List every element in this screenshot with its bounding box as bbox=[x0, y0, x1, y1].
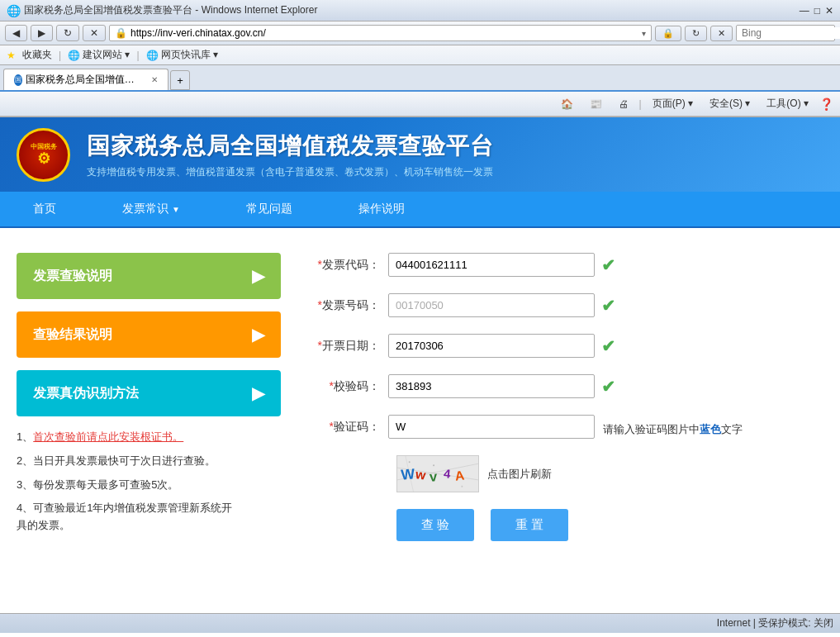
query-button[interactable]: 查 验 bbox=[396, 509, 474, 541]
new-tab-button[interactable]: + bbox=[170, 70, 190, 90]
nav-faq[interactable]: 常见问题 bbox=[213, 192, 325, 226]
invoice-date-row: *开票日期： ✔ bbox=[306, 334, 823, 358]
check-code-label: *校验码： bbox=[306, 379, 388, 394]
captcha-svg: W w v 4 A bbox=[397, 455, 478, 492]
page-button[interactable]: 页面(P) ▾ bbox=[647, 94, 699, 113]
ie-toolbar-separator: | bbox=[639, 98, 642, 110]
fake-detect-label: 发票真伪识别方法 bbox=[33, 385, 139, 402]
captcha-hint: 请输入验证码图片中蓝色文字 bbox=[603, 421, 743, 438]
refresh-button[interactable]: ↻ bbox=[56, 25, 79, 41]
tools-button[interactable]: 工具(O) ▾ bbox=[761, 94, 814, 113]
invoice-date-label: *开票日期： bbox=[306, 339, 388, 354]
site-logo: 中国税务 ⚙ bbox=[17, 128, 70, 182]
svg-text:W: W bbox=[401, 465, 416, 483]
refresh2-button[interactable]: ↻ bbox=[685, 26, 707, 41]
go-icon: ▾ bbox=[642, 29, 646, 38]
check-code-check-icon: ✔ bbox=[601, 377, 615, 397]
invoice-code-input[interactable] bbox=[388, 253, 595, 277]
invoice-date-input[interactable] bbox=[388, 334, 595, 358]
svg-point-9 bbox=[409, 461, 411, 463]
svg-text:v: v bbox=[429, 468, 438, 484]
invoice-number-label: *发票号码： bbox=[306, 298, 388, 313]
nav-home-label: 首页 bbox=[33, 202, 56, 215]
fav-suggest-item[interactable]: 🌐 建议网站 ▾ bbox=[68, 48, 130, 62]
nav-home[interactable]: 首页 bbox=[0, 192, 89, 226]
check-code-input[interactable] bbox=[388, 374, 595, 398]
browser-title: 国家税务总局全国增值税发票查验平台 - Windows Internet Exp… bbox=[24, 3, 317, 17]
lock-icon: 🔒 bbox=[115, 27, 127, 39]
rss-icon[interactable]: 📰 bbox=[584, 96, 608, 112]
captcha-refresh-label[interactable]: 点击图片刷新 bbox=[487, 467, 552, 482]
invoice-info-button[interactable]: 发票查验说明 ▶ bbox=[17, 253, 281, 299]
nav-knowledge-label: 发票常识 bbox=[122, 202, 168, 216]
address-input[interactable] bbox=[131, 27, 638, 39]
nav-instructions[interactable]: 操作说明 bbox=[325, 192, 438, 226]
stop-button[interactable]: ✕ bbox=[83, 25, 106, 41]
cert-link[interactable]: 首次查验前请点此安装根证书。 bbox=[33, 430, 183, 443]
invoice-code-row: *发票代码： ✔ bbox=[306, 253, 823, 277]
svg-point-11 bbox=[461, 486, 463, 487]
captcha-label: *验证码： bbox=[306, 420, 388, 435]
quick-icon: 🌐 bbox=[146, 50, 159, 61]
cert-icon[interactable]: 🔒 bbox=[655, 26, 681, 41]
status-bar: Internet | 受保护模式: 关闭 bbox=[0, 613, 840, 633]
main-nav: 首页 发票常识 ▼ 常见问题 操作说明 bbox=[0, 192, 840, 228]
forward-button[interactable]: ▶ bbox=[31, 25, 53, 41]
tab-close-icon[interactable]: ✕ bbox=[151, 75, 158, 84]
invoice-info-label: 发票查验说明 bbox=[33, 268, 112, 285]
captcha-input[interactable] bbox=[388, 415, 595, 439]
security-zone: Internet | 受保护模式: 关闭 bbox=[717, 616, 833, 630]
invoice-info-arrow-icon: ▶ bbox=[252, 266, 264, 286]
print-icon[interactable]: 🖨 bbox=[613, 96, 634, 112]
tab-label: 国家税务总局全国增值税发票查验平台 bbox=[26, 73, 143, 87]
ie-logo-icon: 🌐 bbox=[7, 4, 21, 17]
nav-faq-label: 常见问题 bbox=[246, 202, 292, 215]
svg-text:A: A bbox=[454, 468, 465, 483]
window-controls: — □ ✕ bbox=[800, 5, 833, 17]
search-bar: 🔍 bbox=[736, 25, 835, 41]
captcha-image[interactable]: W w v 4 A bbox=[396, 455, 479, 492]
invoice-code-check-icon: ✔ bbox=[601, 255, 615, 275]
reset-button[interactable]: 重 置 bbox=[491, 509, 568, 541]
favorites-icon: ★ bbox=[7, 50, 16, 61]
fake-detect-arrow-icon: ▶ bbox=[252, 383, 264, 403]
check-code-row: *校验码： ✔ bbox=[306, 374, 823, 398]
invoice-number-input[interactable] bbox=[388, 293, 595, 317]
note-4: 4、可查验最近1年内增值税发票管理新系统开具的发票。 bbox=[17, 500, 281, 535]
site-title: 国家税务总局全国增值税发票查验平台 bbox=[87, 131, 823, 162]
ie-help-icon[interactable]: ❓ bbox=[819, 97, 833, 111]
home-toolbar-icon[interactable]: 🏠 bbox=[555, 96, 579, 112]
nav-knowledge-arrow: ▼ bbox=[172, 205, 180, 214]
safety-button[interactable]: 安全(S) ▾ bbox=[704, 94, 756, 113]
captcha-blue-text: 蓝色 bbox=[700, 423, 721, 435]
tab-favicon: 国 bbox=[14, 74, 22, 86]
captcha-input-row: *验证码： 请输入验证码图片中蓝色文字 bbox=[306, 415, 823, 439]
fake-detect-button[interactable]: 发票真伪识别方法 ▶ bbox=[17, 370, 281, 416]
suggest-icon: 🌐 bbox=[68, 50, 80, 61]
fav-quick-item[interactable]: 🌐 网页快讯库 ▾ bbox=[146, 48, 218, 62]
invoice-code-label: *发票代码： bbox=[306, 258, 388, 273]
form-buttons: 查 验 重 置 bbox=[396, 509, 823, 541]
favorites-label[interactable]: 收藏夹 bbox=[22, 48, 52, 62]
back-button[interactable]: ◀ bbox=[5, 25, 27, 41]
browser-tab[interactable]: 国 国家税务总局全国增值税发票查验平台 ✕ bbox=[3, 69, 168, 90]
stop2-button[interactable]: ✕ bbox=[710, 26, 733, 41]
nav-instructions-label: 操作说明 bbox=[358, 202, 405, 215]
result-info-arrow-icon: ▶ bbox=[252, 325, 264, 345]
note-1: 1、首次查验前请点此安装根证书。 bbox=[17, 429, 281, 446]
site-subtitle: 支持增值税专用发票、增值税普通发票（含电子普通发票、卷式发票）、机动车销售统一发… bbox=[87, 165, 823, 179]
invoice-date-check-icon: ✔ bbox=[601, 336, 615, 356]
result-info-button[interactable]: 查验结果说明 ▶ bbox=[17, 311, 281, 358]
note-3: 3、每份发票每天最多可查验5次。 bbox=[17, 477, 281, 494]
left-panel: 发票查验说明 ▶ 查验结果说明 ▶ 发票真伪识别方法 ▶ 1、首次查验前请点此安… bbox=[17, 253, 281, 541]
note-2: 2、当日开具发票最快可于次日进行查验。 bbox=[17, 453, 281, 470]
search-input[interactable] bbox=[742, 27, 840, 39]
result-info-label: 查验结果说明 bbox=[33, 326, 112, 344]
svg-point-10 bbox=[433, 464, 434, 466]
invoice-number-row: *发票号码： ✔ bbox=[306, 293, 823, 317]
notes-section: 1、首次查验前请点此安装根证书。 2、当日开具发票最快可于次日进行查验。 3、每… bbox=[17, 429, 281, 535]
captcha-section: W w v 4 A 点击图片刷新 bbox=[396, 455, 823, 492]
query-form: *发票代码： ✔ *发票号码： ✔ *开票日期： ✔ *校验码： ✔ bbox=[306, 253, 823, 541]
invoice-number-check-icon: ✔ bbox=[601, 296, 615, 316]
nav-knowledge[interactable]: 发票常识 ▼ bbox=[89, 192, 213, 226]
